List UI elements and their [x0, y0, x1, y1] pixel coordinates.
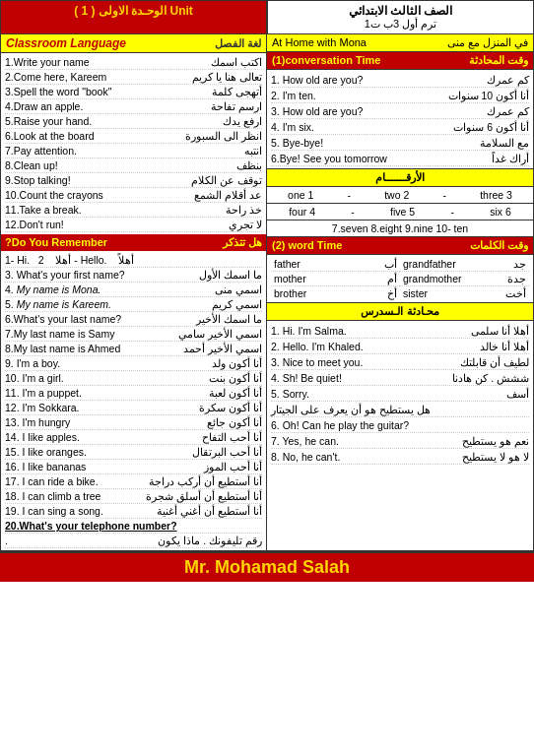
numbers-header: الأرقـــــــام — [267, 168, 533, 187]
conv2-item: 1. Hi. I'm Salma. أهلا أنا سلمى — [271, 323, 529, 339]
numbers-row1: one 1 - two 2 - three 3 — [267, 187, 533, 204]
list-item: 6.What's your last name? ما اسمك الأخير — [5, 312, 262, 327]
left-header: الصف الثالث الابتدائي ترم أول 3ب ت1 — [267, 0, 534, 34]
right-header: الوحـدة الاولى ( 1 ) Unit — [0, 0, 267, 34]
remember-list: 1- Hi. أهلا 2 - Hello. أهلاً 3. What's y… — [1, 251, 266, 550]
conv2-header: محـادثة الـسدرس — [267, 303, 533, 321]
list-item: 9.Stop talking! توقف عن الكلام — [5, 173, 262, 188]
conv2-item: 8. No, he can't. لا هو لا يستطيح — [271, 449, 529, 465]
word-cell: mother أم — [271, 272, 400, 286]
conv-time-en: (1)conversation Time — [272, 54, 380, 67]
list-item: 6.Look at the board انظر الى السبورة — [5, 129, 262, 144]
at-home-ar: في المنزل مع منى — [447, 36, 528, 49]
numbers-row3: 7.seven 8.eight 9.nine 10- ten — [267, 220, 533, 237]
remember-en: Do You Remember? — [5, 236, 107, 249]
list-item: 4. My name is Mona. اسمي منى — [5, 283, 262, 297]
remember-ar: هل تتذكر — [223, 236, 262, 249]
conv2-item: 5. Sorry. أسف — [271, 386, 529, 402]
list-item: 3. What's your first name? ما اسمك الأول — [5, 268, 262, 283]
list-item: 18. I can climb a tree أنا أستطيع أن أسل… — [5, 489, 262, 504]
main-content: لغة الفصل Classroom Language 1.Write you… — [0, 34, 534, 551]
conv-item: 1. How old are you? كم عمرك — [271, 72, 529, 88]
conv-item: 5. Bye-bye! مع السلامة — [271, 135, 529, 151]
unit-title-ar: الوحـدة الاولى ( 1 ) Unit — [5, 4, 262, 18]
list-item: 20.What's your telephone number? — [5, 519, 262, 534]
conv2-list: 1. Hi. I'm Salma. أهلا أنا سلمى 2. Hello… — [267, 321, 533, 467]
list-item: 11. I'm a puppet. أنا أكون لعبة — [5, 386, 262, 401]
conv2-item: هل يستطيح هو أن يعرف على الجيتار — [271, 402, 529, 417]
word-cell: brother أخ — [271, 286, 400, 300]
word-time-header: وقت الكلمات (2) word Time — [267, 237, 533, 255]
list-item: 12. I'm Sokkara. أنا أكون سكرة — [5, 401, 262, 415]
list-item: 5.Raise your hand. ارفع يدك — [5, 114, 262, 129]
right-column: في المنزل مع منى At Home with Mona وقت ا… — [267, 34, 534, 551]
list-item: 4.Draw an apple. ارسم تفاحة — [5, 99, 262, 114]
word-cell: father أب — [271, 257, 400, 272]
numbers-title: الأرقـــــــام — [375, 171, 425, 183]
conv2-item: 7. Yes, he can. نعم هو يستطيح — [271, 433, 529, 449]
header: الوحـدة الاولى ( 1 ) Unit الصف الثالث ال… — [0, 0, 534, 34]
list-item: 8.Clean up! بنظف — [5, 158, 262, 173]
list-item: 5. My name is Kareem. اسمي كريم — [5, 297, 262, 312]
word-time-en: (2) word Time — [272, 239, 342, 252]
list-item: 8.My last name is Ahmed اسمي الأخير أحمد — [5, 342, 262, 356]
list-item: 19. I can sing a song. أنا أستطيع أن أغن… — [5, 504, 262, 519]
list-item: 7.Pay attention. انتبه — [5, 144, 262, 158]
list-item: 7.My last name is Samy اسمي الأخير سامي — [5, 327, 262, 342]
classroom-language-header: لغة الفصل Classroom Language — [1, 34, 266, 53]
conv2-item: 6. Oh! Can he play the guitar? — [271, 417, 529, 433]
footer-label: Mr. Mohamad Salah — [184, 557, 350, 577]
classroom-language-en: Classroom Language — [6, 36, 126, 50]
word-cell: grandfather جد — [400, 257, 529, 272]
list-item: 1.Write your name اكتب اسمك — [5, 55, 262, 70]
conv-time-ar: وقت المحادثة — [469, 54, 528, 67]
conversation-list: 1. How old are you? كم عمرك 2. I'm ten. … — [267, 70, 533, 168]
conv2-item: 2. Hello. I'm Khaled. أهلا أنا خالد — [271, 339, 529, 354]
conv-item: 4. I'm six. أنا أكون 6 سنوات — [271, 119, 529, 135]
conv-item: 6.Bye! See you tomorrow أراك غداً — [271, 151, 529, 166]
numbers-row2: four 4 - five 5 - six 6 — [267, 204, 533, 220]
list-item: 12.Don't run! لا تجري — [5, 218, 262, 232]
conv2-title: محـادثة الـسدرس — [361, 305, 438, 317]
list-item: 1- Hi. أهلا 2 - Hello. أهلاً — [5, 253, 262, 268]
at-home-header: في المنزل مع منى At Home with Mona — [267, 34, 533, 52]
conv2-item: 4. Sh! Be quiet! ششش . كن هادنا — [271, 370, 529, 386]
word-cell: sister أخت — [400, 286, 529, 300]
list-item: 2.Come here, Kareem تعالى هنا يا كريم — [5, 70, 262, 85]
left-column: لغة الفصل Classroom Language 1.Write you… — [0, 34, 267, 551]
classroom-language-list: 1.Write your name اكتب اسمك 2.Come here,… — [1, 53, 266, 234]
conv-item: 3. How old are you? كم عمرك — [271, 103, 529, 119]
footer-bar: Mr. Mohamad Salah — [0, 551, 534, 582]
at-home-en: At Home with Mona — [272, 36, 367, 49]
conversation-time-header: وقت المحادثة (1)conversation Time — [267, 52, 533, 70]
conv2-item: 3. Nice to meet you. لطيف أن قابلتك — [271, 354, 529, 370]
list-item: 10. I'm a girl. أنا أكون بنت — [5, 371, 262, 386]
term-title: ترم أول 3ب ت1 — [272, 18, 529, 31]
word-grid: father أب grandfather جد mother أم grand… — [267, 255, 533, 303]
list-item: 13. I'm hungry أنا أكون جائع — [5, 415, 262, 430]
list-item: . رقم تليفونك . ماذا يكون — [5, 534, 262, 548]
list-item: 17. I can ride a bike. أنا أستطيع أن أرك… — [5, 474, 262, 489]
list-item: 14. I like apples. أنا أحب التفاح — [5, 430, 262, 445]
do-you-remember-header: هل تتذكر Do You Remember? — [1, 234, 266, 251]
classroom-language-ar: لغة الفصل — [215, 37, 261, 50]
word-time-ar: وقت الكلمات — [470, 239, 528, 252]
list-item: 9. I'm a boy. أنا أكون ولد — [5, 356, 262, 371]
list-item: 10.Count the crayons عد أقلام الشمع — [5, 188, 262, 203]
list-item: 16. I like bananas أنا أحب الموز — [5, 460, 262, 474]
list-item: 11.Take a break. خذ راحة — [5, 203, 262, 218]
class-title: الصف الثالث الابتدائي — [272, 4, 529, 18]
list-item: 15. I like oranges. أنا أحب البرتقال — [5, 445, 262, 460]
list-item: 3.Spell the word "book" أتهجى كلمة — [5, 85, 262, 99]
page: الوحـدة الاولى ( 1 ) Unit الصف الثالث ال… — [0, 0, 534, 582]
word-cell: grandmother جدة — [400, 272, 529, 286]
conv-item: 2. I'm ten. أنا أكون 10 سنوات — [271, 88, 529, 103]
